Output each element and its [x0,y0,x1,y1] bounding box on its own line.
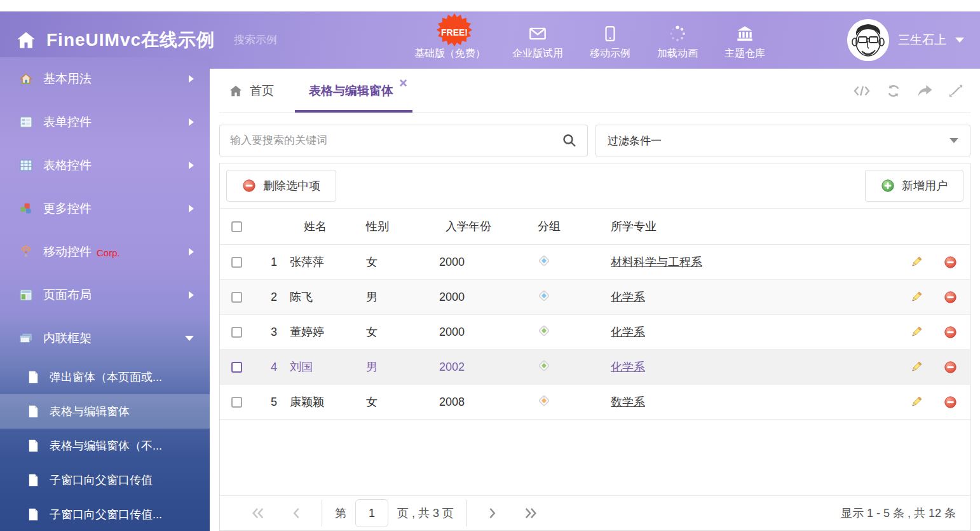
edit-icon[interactable] [902,256,930,268]
phone-icon [602,25,618,43]
sidebar-item-form-controls[interactable]: 表单控件 [0,100,210,144]
keyword-search-input[interactable] [230,134,562,147]
table-icon [19,160,33,171]
close-icon[interactable] [399,78,407,90]
cell-gender: 女 [353,324,426,340]
table-row[interactable]: 4 刘国 男 2002 化学系 [220,350,970,385]
edit-icon[interactable] [902,361,930,373]
free-badge: FREE! [435,13,474,52]
sidebar-subitem-child-to-parent-2[interactable]: 子窗口向父窗口传值... [0,497,210,531]
tab-toolbar [854,84,963,98]
plus-circle-icon [881,179,895,193]
cell-name: 董婷婷 [277,324,353,340]
cell-year: 2002 [426,361,525,374]
nav-item-enterprise-trial[interactable]: 企业版试用 [512,20,563,60]
row-checkbox[interactable] [231,397,242,408]
table-row[interactable]: 3 董婷婷 女 2000 化学系 [220,315,970,350]
first-page-icon[interactable] [251,507,265,520]
nav-item-mobile-demo[interactable]: 移动示例 [590,20,630,60]
major-link[interactable]: 化学系 [611,326,645,338]
sidebar-subitem-grid-edit-window-2[interactable]: 表格与编辑窗体（不... [0,429,210,463]
filter-dropdown-value: 过滤条件一 [608,134,662,148]
delete-icon[interactable] [930,291,970,304]
nav-item-theme-repo[interactable]: 主题仓库 [725,20,765,60]
sidebar-subitem-popup-window[interactable]: 弹出窗体（本页面或... [0,360,210,394]
sidebar-item-inline-frame[interactable]: 内联框架 [0,317,210,360]
tag-icon [538,359,550,372]
delete-icon[interactable] [930,326,970,339]
sidebar-item-mobile-controls[interactable]: 移动控件 Corp. [0,230,210,273]
sidebar-item-basic-usage[interactable]: 基本用法 [0,57,210,100]
home-icon [229,85,243,97]
delete-icon[interactable] [930,256,970,269]
layout-icon [19,289,33,301]
page-suffix: 页 , 共 3 页 [397,506,454,521]
last-page-icon[interactable] [524,507,538,520]
user-menu[interactable]: 三生石上 [847,19,964,61]
tab-home[interactable]: 首页 [229,83,274,99]
select-all-checkbox[interactable] [231,221,242,232]
tab-grid-edit-window[interactable]: 表格与编辑窗体 [295,69,412,113]
chevron-right-icon [189,75,194,83]
major-link[interactable]: 数学系 [611,396,645,408]
expand-icon[interactable] [949,84,963,98]
home-icon [16,31,36,50]
source-code-icon[interactable] [854,84,870,98]
delete-selected-button[interactable]: 删除选中项 [226,170,336,202]
prev-page-icon[interactable] [292,507,301,520]
avatar[interactable] [847,19,889,61]
edit-icon[interactable] [902,396,930,408]
page-icon [28,508,39,521]
next-page-icon[interactable] [488,507,497,520]
tag-icon [538,289,550,302]
wireless-icon [19,245,33,258]
brand[interactable]: FineUIMvc在线示例 [16,28,215,52]
header-search[interactable] [234,33,364,47]
sidebar-item-page-layout[interactable]: 页面布局 [0,273,210,317]
bank-icon [735,25,754,43]
filter-dropdown[interactable]: 过滤条件一 [595,125,970,156]
edit-icon[interactable] [902,326,930,338]
sidebar-item-more-controls[interactable]: 更多控件 [0,187,210,230]
header-search-input[interactable] [234,34,374,46]
table-header: 姓名 性别 入学年份 分组 所学专业 [220,208,970,245]
row-checkbox[interactable] [231,257,242,268]
sidebar-subitem-grid-edit-window[interactable]: 表格与编辑窗体 [0,394,210,429]
keyword-search[interactable] [219,125,588,156]
column-header-gender[interactable]: 性别 [353,219,426,234]
pagination-bar: 第 页 , 共 3 页 显示 1 - 5 条 , 共 12 条 [220,495,970,530]
page-number-input[interactable] [355,499,388,527]
sidebar-subitem-child-to-parent[interactable]: 子窗口向父窗口传值 [0,463,210,497]
refresh-icon[interactable] [886,84,901,98]
cell-gender: 男 [353,289,426,305]
sidebar-item-grid-controls[interactable]: 表格控件 [0,144,210,187]
minus-circle-icon [242,179,256,193]
row-number: 2 [253,291,277,304]
major-link[interactable]: 材料科学与工程系 [611,256,702,268]
major-link[interactable]: 化学系 [611,361,645,373]
column-header-year[interactable]: 入学年份 [426,219,525,234]
chevron-down-icon [185,336,194,341]
row-number: 1 [253,256,277,269]
row-checkbox[interactable] [231,327,242,338]
home-icon [19,72,33,85]
tag-icon [538,254,550,267]
table-row[interactable]: 2 陈飞 男 2000 化学系 [220,280,970,315]
column-header-name[interactable]: 姓名 [277,219,353,234]
row-checkbox[interactable] [231,292,242,303]
table-row[interactable]: 1 张萍萍 女 2000 材料科学与工程系 [220,245,970,280]
row-checkbox[interactable] [231,362,242,373]
nav-item-loading-animation[interactable]: 加载动画 [657,20,698,60]
table-row[interactable]: 5 康颖颖 女 2008 数学系 [220,385,970,420]
delete-icon[interactable] [930,396,970,409]
delete-icon[interactable] [930,361,970,374]
cell-name: 张萍萍 [277,254,353,270]
column-header-group[interactable]: 分组 [525,219,598,234]
major-link[interactable]: 化学系 [611,291,645,303]
cell-gender: 女 [353,394,426,410]
search-icon[interactable] [562,133,577,148]
edit-icon[interactable] [902,291,930,303]
share-icon[interactable] [917,84,933,98]
column-header-major[interactable]: 所学专业 [598,219,902,234]
add-user-button[interactable]: 新增用户 [865,170,963,202]
